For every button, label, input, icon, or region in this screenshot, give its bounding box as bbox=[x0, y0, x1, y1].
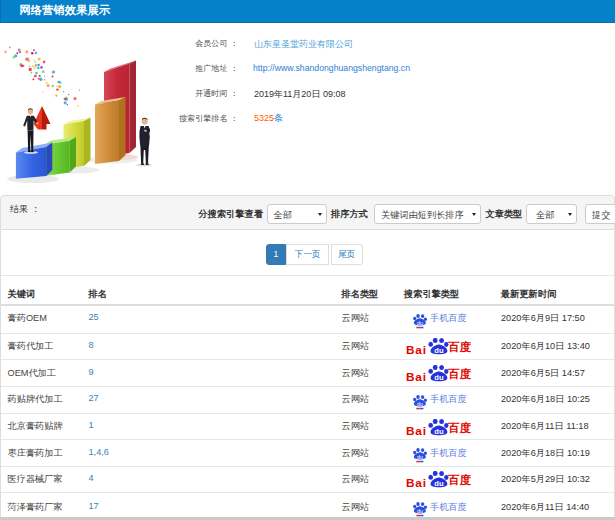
svg-text:du: du bbox=[417, 508, 423, 514]
svg-text:du: du bbox=[417, 400, 423, 406]
svg-text:du: du bbox=[417, 319, 423, 325]
svg-text:du: du bbox=[417, 454, 423, 460]
svg-text:du: du bbox=[434, 346, 444, 355]
svg-text:du: du bbox=[434, 373, 444, 382]
svg-text:du: du bbox=[434, 427, 444, 436]
svg-text:du: du bbox=[434, 479, 444, 488]
